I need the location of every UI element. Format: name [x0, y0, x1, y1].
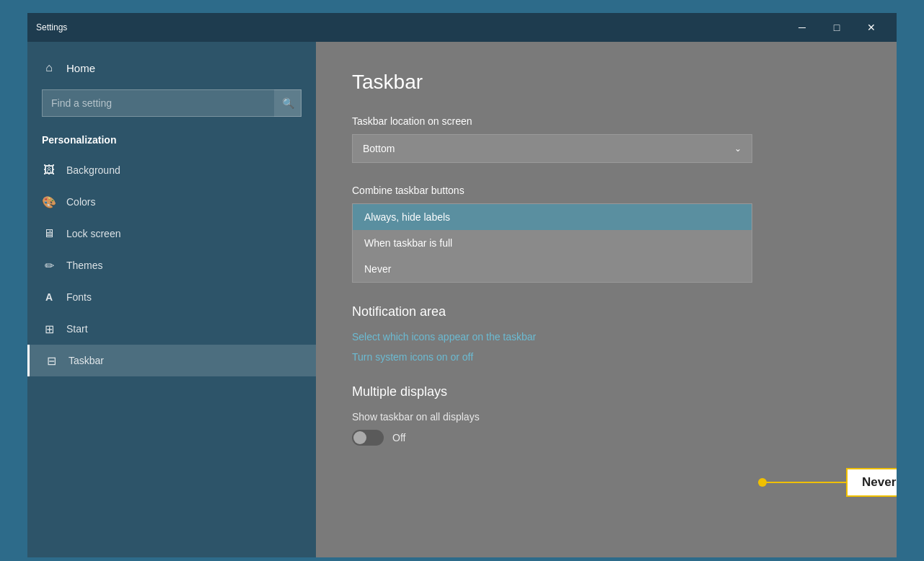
sidebar-item-background[interactable]: 🖼 Background	[27, 154, 316, 186]
combine-buttons-section: Combine taskbar buttons Always, hide lab…	[352, 185, 861, 283]
combine-buttons-dropdown: Always, hide labels When taskbar is full…	[352, 203, 752, 283]
sidebar-item-lock-screen[interactable]: 🖥 Lock screen	[27, 218, 316, 249]
sidebar-item-colors[interactable]: 🎨 Colors	[27, 186, 316, 218]
settings-window: Settings ─ □ ✕ ⌂ Home 🔍 Personalization …	[27, 13, 897, 557]
window-controls: ─ □ ✕	[786, 16, 888, 39]
combine-option-when-full[interactable]: When taskbar is full	[353, 230, 752, 256]
main-content: Taskbar Taskbar location on screen Botto…	[316, 42, 897, 557]
search-input[interactable]	[42, 89, 302, 117]
taskbar-location-value: Bottom	[363, 143, 395, 154]
sidebar-item-start-label: Start	[66, 323, 88, 335]
home-icon: ⌂	[42, 61, 56, 75]
maximize-button[interactable]: □	[820, 16, 853, 39]
taskbar-location-dropdown[interactable]: Bottom ⌄	[352, 134, 752, 163]
search-box: 🔍	[42, 89, 302, 117]
system-icons-link[interactable]: Turn system icons on or off	[352, 351, 861, 363]
show-taskbar-toggle-row: Off	[352, 430, 861, 446]
sidebar-item-colors-label: Colors	[66, 196, 95, 208]
search-button[interactable]: 🔍	[274, 89, 302, 117]
toggle-label: Off	[392, 432, 405, 443]
sidebar-item-start[interactable]: ⊞ Start	[27, 313, 316, 345]
page-title: Taskbar	[352, 71, 861, 94]
sidebar-item-themes-label: Themes	[66, 260, 103, 271]
show-taskbar-toggle[interactable]	[352, 430, 384, 446]
sidebar-item-themes[interactable]: ✏ Themes	[27, 249, 316, 281]
show-taskbar-label: Show taskbar on all displays	[352, 411, 861, 423]
multiple-displays-section: Multiple displays Show taskbar on all di…	[352, 384, 861, 446]
notification-area-heading: Notification area	[352, 304, 861, 319]
taskbar-location-label: Taskbar location on screen	[352, 115, 861, 127]
sidebar-section-title: Personalization	[27, 128, 316, 154]
taskbar-location-section: Taskbar location on screen Bottom ⌄	[352, 115, 861, 163]
sidebar-item-lock-screen-label: Lock screen	[66, 228, 120, 239]
sidebar-item-fonts[interactable]: A Fonts	[27, 281, 316, 313]
start-icon: ⊞	[42, 322, 56, 336]
sidebar-item-background-label: Background	[66, 164, 120, 176]
window-title: Settings	[36, 22, 67, 32]
background-icon: 🖼	[42, 163, 56, 177]
dropdown-arrow-icon: ⌄	[734, 143, 742, 154]
toggle-knob	[353, 431, 366, 444]
sidebar-item-home[interactable]: ⌂ Home	[27, 53, 316, 82]
sidebar-item-taskbar[interactable]: ⊟ Taskbar	[27, 345, 316, 376]
notification-area-section: Notification area Select which icons app…	[352, 304, 861, 363]
close-button[interactable]: ✕	[855, 16, 888, 39]
minimize-button[interactable]: ─	[786, 16, 819, 39]
tooltip-box: Never	[846, 468, 897, 497]
themes-icon: ✏	[42, 258, 56, 273]
content-area: ⌂ Home 🔍 Personalization 🖼 Background 🎨 …	[27, 42, 897, 557]
combine-option-never[interactable]: Never	[353, 256, 752, 282]
sidebar-item-fonts-label: Fonts	[66, 291, 92, 303]
taskbar-icon: ⊟	[44, 353, 58, 368]
taskbar-icons-link[interactable]: Select which icons appear on the taskbar	[352, 331, 861, 343]
multiple-displays-heading: Multiple displays	[352, 384, 861, 399]
fonts-icon: A	[42, 290, 56, 304]
lock-screen-icon: 🖥	[42, 226, 56, 241]
sidebar-item-taskbar-label: Taskbar	[69, 355, 104, 366]
sidebar-home-label: Home	[66, 62, 95, 74]
combine-buttons-label: Combine taskbar buttons	[352, 185, 861, 196]
combine-option-always[interactable]: Always, hide labels	[353, 204, 752, 230]
sidebar: ⌂ Home 🔍 Personalization 🖼 Background 🎨 …	[27, 42, 316, 557]
title-bar: Settings ─ □ ✕	[27, 13, 897, 42]
colors-icon: 🎨	[42, 195, 56, 209]
